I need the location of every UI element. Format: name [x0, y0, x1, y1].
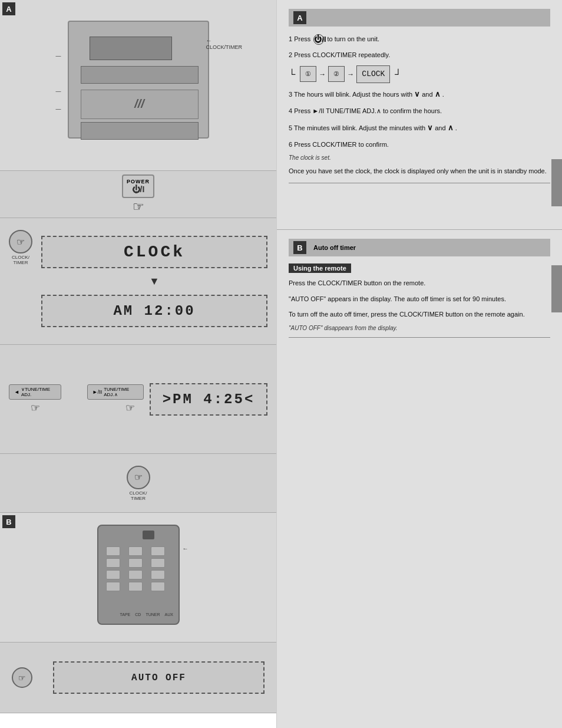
clock-confirm-icon-symbol: ☞ [134, 472, 143, 483]
stereo-tape-deck: /// [81, 90, 199, 119]
clock-confirm-icon[interactable]: ☞ [127, 466, 150, 489]
remote-label-tuner: TUNER [146, 612, 160, 617]
autooff-button-icon[interactable]: ☞ [12, 667, 32, 688]
remote-top-button [143, 531, 154, 539]
lcd-display-clock: CLOCk [41, 236, 267, 268]
section-a-label-left: A [2, 2, 15, 15]
remote-btn-8[interactable] [128, 570, 143, 579]
step5-text-1: 5 The minutes will blink. Adjust the min… [289, 124, 427, 131]
remote-drawing: TAPE CD TUNER AUX ← [80, 525, 197, 631]
step3-period: . [442, 91, 444, 98]
remote-btn-5[interactable] [128, 558, 143, 568]
tune-left-finger: ☞ [31, 401, 40, 414]
b-instruction-step1: Press the CLOCK/TIMER button on the remo… [289, 278, 550, 289]
tune-controls-wrap: ◄ ∨TUNE/TIME ADJ. ☞ ►/II TUNE/TIME ADJ.∧… [9, 384, 144, 414]
flow-clock-label: CLOCK [362, 70, 385, 78]
clock-confirm-panel: ☞ CLOCK/ TIMER [0, 454, 276, 513]
tune-left-shape: ◄ ∨TUNE/TIME ADJ. [9, 384, 61, 400]
remote-btn-9[interactable] [151, 570, 165, 579]
step5-down-symbol: ∨ [427, 123, 433, 132]
clock-confirm-text: CLOCK/ TIMER [130, 490, 147, 501]
section-b-header-label: B [293, 241, 306, 254]
clock-lcd-displays: CLOCk ▼ AM 12:00 [41, 236, 267, 327]
finger-tap-icon: ☞ [133, 199, 144, 215]
remote-btn-10[interactable] [106, 582, 120, 591]
step5-and: and [435, 124, 447, 131]
divider-line-b [289, 337, 550, 338]
power-button[interactable]: POWER ⏻/I [122, 174, 154, 198]
remote-btn-2[interactable] [128, 546, 143, 556]
note-text-1: The clock is set. [289, 154, 550, 161]
lcd-display-time-set: >PM 4:25< [150, 383, 267, 416]
remote-label-aux: AUX [165, 612, 173, 617]
remote-label-tape: TAPE [120, 612, 131, 617]
autooff-button-wrap: ☞ [12, 667, 32, 688]
instruction-step4: 4 Press ►/II TUNE/TIME ADJ.∧ to confirm … [289, 106, 550, 117]
tune-left-arrow: ◄ [14, 389, 19, 395]
flow-arrow-1: → [319, 68, 326, 80]
remote-arrow-label: ← [183, 545, 189, 552]
power-btn-label: POWER [127, 179, 150, 185]
step1-text-1: 1 Press [289, 35, 312, 42]
b-instruction-step3: To turn off the auto off timer, press th… [289, 309, 550, 320]
step3-and: and [422, 91, 434, 98]
stereo-device-drawing: /// ← CLOCK/TIMER — — — [56, 15, 221, 156]
tune-right-label: TUNE/TIME ADJ.∧ [104, 387, 138, 397]
tune-right-shape: ►/II TUNE/TIME ADJ.∧ [87, 384, 144, 400]
right-section-a: A 1 Press ⏻/I to turn on the unit. 2 Pre… [277, 0, 562, 230]
step5-up-symbol: ∧ [448, 123, 454, 132]
remote-btn-11[interactable] [128, 582, 143, 591]
tune-display-wrap: >PM 4:25< [150, 383, 267, 416]
lcd-clock-text: CLOCk [124, 243, 185, 261]
step1-text-2: to turn on the unit. [327, 35, 379, 42]
step2-text: 2 Press CLOCK/TIMER repeatedly. [289, 50, 550, 61]
step6-text: 6 Press CLOCK/TIMER to confirm. [289, 139, 550, 150]
tune-adjust-panel: ◄ ∨TUNE/TIME ADJ. ☞ ►/II TUNE/TIME ADJ.∧… [0, 345, 276, 454]
left-column: A /// ← CLOCK/TIMER — — — POWE [0, 0, 277, 728]
remote-btn-1[interactable] [106, 546, 120, 556]
flow-box-3: CLOCK [356, 65, 390, 83]
flow-item-1: ① [305, 70, 311, 77]
stereo-display [90, 37, 172, 60]
flow-bracket-close: ┘ [395, 70, 401, 79]
remote-bottom-labels: TAPE CD TUNER AUX [120, 612, 173, 617]
instruction-step2: 2 Press CLOCK/TIMER repeatedly. └ ① → ② … [289, 50, 550, 83]
clock-timer-icon[interactable]: ☞ [9, 230, 32, 253]
autooff-lcd-display: AUTO OFF [53, 661, 265, 694]
tune-right-button[interactable]: ►/II TUNE/TIME ADJ.∧ ☞ [87, 384, 144, 414]
tune-buttons-row: ◄ ∨TUNE/TIME ADJ. ☞ ►/II TUNE/TIME ADJ.∧… [9, 384, 144, 414]
tune-left-button[interactable]: ◄ ∨TUNE/TIME ADJ. ☞ [9, 384, 61, 414]
remote-btn-4[interactable] [106, 558, 120, 568]
right-section-b: B Auto off timer Using the remote Press … [277, 230, 562, 728]
lcd-display-time-initial: AM 12:00 [41, 295, 267, 327]
remote-btn-7[interactable] [106, 570, 120, 579]
section-a-header-label: A [293, 11, 306, 24]
step3-text-1: 3 The hours will blink. Adjust the hours… [289, 91, 414, 98]
device-label-left1: — [56, 53, 85, 59]
step5-period: . [455, 124, 457, 131]
clock-timer-panel: ☞ CLOCK/ TIMER CLOCk ▼ AM 12:00 [0, 218, 276, 345]
tune-right-arrow: ►/II [92, 389, 102, 395]
instruction-step1: 1 Press ⏻/I to turn on the unit. [289, 34, 550, 45]
b-note: "AUTO OFF" disappears from the display. [289, 325, 550, 331]
flow-item-2: ② [333, 70, 339, 77]
remote-btn-6[interactable] [151, 558, 165, 568]
flow-box-2: ② [328, 66, 345, 82]
instruction-step5: 5 The minutes will blink. Adjust the min… [289, 121, 550, 134]
power-button-wrap: POWER ⏻/I ☞ [122, 174, 154, 215]
note-clock-set: The clock is set. [289, 154, 550, 161]
gray-band-a [551, 159, 562, 206]
gray-band-b [551, 265, 562, 312]
remote-btn-12[interactable] [151, 582, 165, 591]
section-a-header: A [289, 9, 550, 27]
step4-text: 4 Press ►/II TUNE/TIME ADJ.∧ to confirm … [289, 106, 550, 117]
device-illustration-panel: A /// ← CLOCK/TIMER — — — [0, 0, 276, 171]
section-b-remote-panel: B [0, 513, 276, 643]
remote-button-grid [103, 543, 174, 594]
flow-box-1: ① [300, 66, 316, 82]
remote-btn-3[interactable] [151, 546, 165, 556]
clock-timer-text: CLOCK/ TIMER [12, 255, 29, 265]
lcd-time-set-text: >PM 4:25< [163, 391, 255, 407]
section-b-header: B Auto off timer [289, 239, 550, 256]
step3-down-symbol: ∨ [414, 90, 420, 98]
